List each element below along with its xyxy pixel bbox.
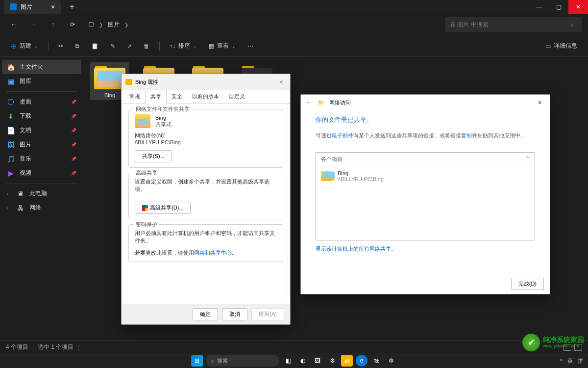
network-path-value: \\BILLYFU-PC\Bing (135, 139, 277, 145)
copy-icon: ⧉ (75, 43, 79, 50)
sidebar-item-downloads[interactable]: ⬇下载📌 (2, 109, 81, 123)
paste-icon: 📋 (91, 43, 98, 50)
taskbar-search[interactable]: ⌕搜索 (206, 355, 279, 367)
more-button[interactable]: ⋯ (243, 38, 258, 54)
advanced-description: 设置自定义权限，创建多个共享，并设置其他高级共享选项。 (135, 178, 277, 193)
advanced-share-button[interactable]: 高级共享(D)... (135, 202, 191, 214)
title-bar: 图片 × + — ▢ ✕ (0, 0, 588, 14)
system-tray[interactable]: ^ 英 拼 (560, 357, 583, 365)
app-icon[interactable]: 🖼 (312, 355, 323, 367)
app-icon[interactable]: ⚙ (326, 355, 338, 367)
network-center-link[interactable]: 网络和共享中心 (194, 250, 232, 256)
dialog-close-button[interactable]: × (276, 77, 286, 87)
chevron-up-icon[interactable]: ⌃ (525, 156, 530, 163)
folder-icon (125, 79, 132, 85)
group-title: 网络文件和文件夹共享 (134, 105, 192, 113)
copy-link[interactable]: 复制 (461, 132, 472, 138)
tab-general[interactable]: 常规 (124, 90, 145, 104)
chevron-down-icon: ⌄ (34, 44, 38, 49)
forward-button[interactable]: → (25, 17, 41, 32)
breadcrumb[interactable]: 🖵 ❯ 图片 ❯ (88, 21, 128, 29)
up-button[interactable]: ↑ (45, 17, 61, 32)
details-pane-button[interactable]: ▭详细信息 (540, 42, 582, 50)
ok-button[interactable]: 确定 (193, 308, 218, 320)
search-icon[interactable]: ⌕ (570, 21, 577, 28)
tab-close-icon[interactable]: × (51, 3, 55, 11)
new-button[interactable]: ⊕新建⌄ (6, 38, 43, 54)
cut-button[interactable]: ✂ (53, 38, 68, 54)
chevron-down-icon: ⌄ (193, 44, 197, 49)
explorer-icon[interactable]: 📁 (341, 355, 353, 367)
tab-previous-versions[interactable]: 以前的版本 (187, 90, 224, 104)
video-icon: ▶ (7, 169, 15, 177)
task-view-button[interactable]: ◧ (282, 355, 294, 367)
tab-share[interactable]: 共享 (145, 90, 167, 104)
tray-chevron-icon[interactable]: ^ (560, 358, 563, 364)
separator: | (77, 344, 79, 351)
sort-button[interactable]: ↑↓排序⌄ (165, 38, 202, 54)
sidebar-item-home[interactable]: 🏠主文件夹 (2, 60, 81, 74)
maximize-button[interactable]: ▢ (549, 0, 568, 14)
done-button[interactable]: 完成(D) (511, 278, 544, 290)
widgets-button[interactable]: ◐ (297, 355, 309, 367)
close-button[interactable]: ✕ (568, 0, 588, 14)
sidebar-item-pictures[interactable]: 🖼图片📌 (2, 137, 81, 152)
cancel-button[interactable]: 取消 (222, 308, 247, 320)
separator (48, 41, 49, 51)
network-access-dialog: ← 📁 网络访问 × 你的文件夹已共享。 可通过电子邮件向某个人发送到这些共享项… (300, 94, 550, 294)
edge-icon[interactable]: e (356, 355, 368, 367)
ime-indicator[interactable]: 拼 (578, 357, 583, 365)
shared-item-name: Bing (338, 170, 384, 176)
dialog-body: 网络文件和文件夹共享 Bing 共享式 网络路径(N): \\BILLYFU-P… (122, 104, 290, 304)
sidebar-item-network[interactable]: ›🖧网络 (2, 201, 81, 215)
folder-label: Bing (104, 92, 115, 98)
apply-button[interactable]: 应用(A) (251, 308, 284, 320)
items-header[interactable]: 各个项目 ⌃ (316, 153, 535, 166)
sidebar-item-desktop[interactable]: 🖵桌面📌 (2, 95, 81, 109)
tab-security[interactable]: 安全 (167, 90, 187, 104)
minimize-button[interactable]: — (529, 0, 549, 14)
back-button[interactable]: ← (306, 99, 313, 106)
dialog-titlebar[interactable]: Bing 属性 × (122, 74, 290, 90)
email-link[interactable]: 电子邮件 (332, 132, 353, 138)
chevron-right-icon: › (7, 191, 12, 196)
pin-icon: 📌 (71, 114, 76, 119)
share-button[interactable]: ↗ (122, 38, 137, 54)
dialog-footer: 确定 取消 应用(A) (122, 304, 290, 324)
dialog-body: 你的文件夹已共享。 可通过电子邮件向某个人发送到这些共享项的链接，或将链接复制并… (301, 110, 550, 274)
refresh-button[interactable]: ⟳ (65, 17, 80, 32)
sidebar-item-videos[interactable]: ▶视频📌 (2, 166, 81, 180)
store-icon[interactable]: 🛍 (370, 355, 382, 367)
taskbar: ⊞ ⌕搜索 ◧ ◐ 🖼 ⚙ 📁 e 🛍 ⚙ ^ 英 拼 (0, 353, 588, 368)
separator (6, 183, 77, 184)
start-button[interactable]: ⊞ (191, 355, 203, 367)
settings-icon[interactable]: ⚙ (385, 355, 397, 367)
view-button[interactable]: ▦查看⌄ (204, 38, 241, 54)
tab-customize[interactable]: 自定义 (224, 90, 250, 104)
language-indicator[interactable]: 英 (567, 357, 573, 365)
back-button[interactable]: ← (6, 17, 22, 32)
share-button[interactable]: 共享(S)... (135, 150, 172, 162)
sidebar-item-gallery[interactable]: ▣图库 (2, 74, 81, 88)
show-all-shares-link[interactable]: 显示该计算机上的所有网络共享。 (316, 246, 396, 252)
dialog-close-button[interactable]: × (535, 98, 545, 107)
window-tab[interactable]: 图片 × (4, 0, 61, 14)
network-icon: 🖧 (17, 204, 24, 212)
shared-item-row[interactable]: Bing \\BILLYFU-PC\Bing (316, 166, 535, 186)
dialog-title: Bing 属性 (135, 79, 158, 86)
copy-button[interactable]: ⧉ (70, 38, 84, 54)
dialog-footer: 完成(D) (301, 274, 550, 294)
sidebar-item-documents[interactable]: 📄文档📌 (2, 123, 81, 137)
network-sharing-group: 网络文件和文件夹共享 Bing 共享式 网络路径(N): \\BILLYFU-P… (128, 109, 283, 168)
search-input[interactable] (450, 21, 566, 28)
shared-item-path: \\BILLYFU-PC\Bing (338, 176, 384, 182)
paste-button[interactable]: 📋 (86, 38, 103, 54)
search-box[interactable]: ⌕ (445, 17, 582, 32)
new-tab-button[interactable]: + (70, 2, 74, 11)
sidebar-item-music[interactable]: 🎵音乐📌 (2, 152, 81, 166)
sidebar-item-thispc[interactable]: ›🖥此电脑 (2, 186, 81, 201)
rename-button[interactable]: ✎ (105, 38, 120, 54)
delete-button[interactable]: 🗑 (139, 38, 154, 54)
share-icon: ↗ (127, 43, 132, 50)
breadcrumb-item[interactable]: 图片 (108, 21, 120, 29)
